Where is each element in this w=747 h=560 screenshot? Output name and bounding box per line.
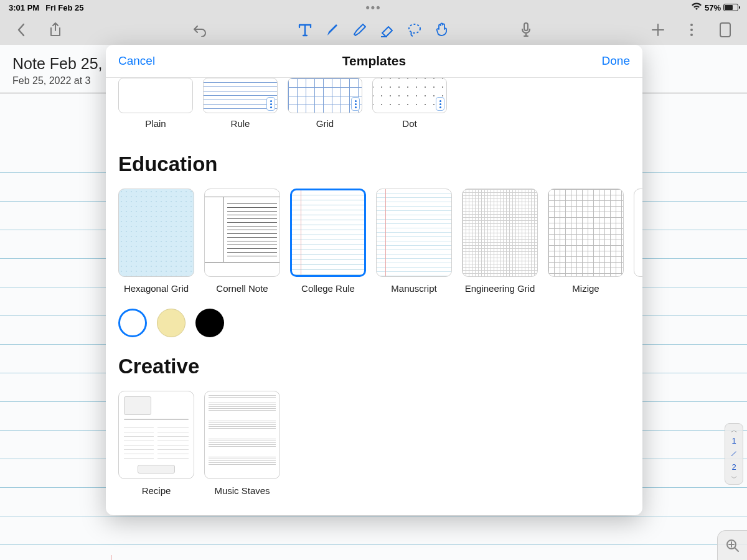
template-grid[interactable]: Grid <box>288 78 362 129</box>
app-toolbar <box>0 15 747 45</box>
modal-title: Templates <box>342 54 406 68</box>
template-rule[interactable]: Rule <box>203 78 278 129</box>
page-indicator[interactable]: ︿ 1 ⁄ 2 ﹀ <box>725 423 743 485</box>
templates-modal: Cancel Templates Done Plain Rule Grid <box>106 45 642 515</box>
svg-rect-5 <box>720 23 730 37</box>
chevron-down-icon[interactable]: ﹀ <box>731 475 738 480</box>
back-icon[interactable] <box>14 22 30 38</box>
pen-tool-icon[interactable] <box>324 22 341 38</box>
more-icon[interactable] <box>684 22 700 38</box>
page-current: 1 <box>731 436 736 446</box>
template-label: Recipe <box>118 485 194 496</box>
template-label: Hexagonal Grid <box>118 283 194 294</box>
eraser-tool-icon[interactable] <box>379 22 395 38</box>
status-time: 3:01 PM <box>9 3 39 12</box>
lasso-tool-icon[interactable] <box>406 22 423 38</box>
svg-rect-1 <box>524 23 528 30</box>
color-swatch-row <box>106 294 642 337</box>
section-creative-title: Creative <box>106 337 642 378</box>
template-recipe[interactable]: Recipe <box>118 391 194 496</box>
more-options-icon[interactable] <box>351 97 360 111</box>
basic-templates-row: Plain Rule Grid Dot <box>106 78 642 129</box>
svg-point-2 <box>690 24 693 26</box>
modal-header: Cancel Templates Done <box>106 45 642 78</box>
template-engineering-grid[interactable]: Engineering Grid <box>462 189 538 294</box>
svg-point-4 <box>690 34 693 36</box>
cancel-button[interactable]: Cancel <box>118 54 155 68</box>
page-total: 2 <box>731 462 736 472</box>
more-options-icon[interactable] <box>436 97 444 111</box>
template-label: Rule <box>203 118 278 129</box>
template-label: Mizige <box>548 283 624 294</box>
done-button[interactable]: Done <box>602 54 630 68</box>
template-label: Music Staves <box>204 485 280 496</box>
template-music-staves[interactable]: Music Staves <box>204 391 280 496</box>
color-swatch-white[interactable] <box>118 309 147 337</box>
template-college-rule[interactable]: College Rule <box>290 189 366 294</box>
color-swatch-black[interactable] <box>195 309 224 337</box>
template-plain[interactable]: Plain <box>118 78 193 129</box>
add-icon[interactable] <box>650 22 666 38</box>
more-options-icon[interactable] <box>266 97 275 111</box>
section-education-title: Education <box>106 129 642 176</box>
creative-templates-row: Recipe Music Staves <box>106 378 642 496</box>
education-templates-row: Hexagonal Grid Cornell Note College Rule… <box>106 176 642 294</box>
highlighter-tool-icon[interactable] <box>352 22 368 38</box>
status-bar: 3:01 PM Fri Feb 25 ••• 57% <box>0 0 747 15</box>
template-label: College Rule <box>290 283 366 294</box>
pages-icon[interactable] <box>717 22 733 38</box>
template-label: Cornell Note <box>204 283 280 294</box>
template-label: Plain <box>118 118 193 129</box>
template-overflow[interactable] <box>634 189 642 294</box>
svg-point-3 <box>690 29 693 31</box>
template-mizige[interactable]: Mizige <box>548 189 624 294</box>
template-hexagonal-grid[interactable]: Hexagonal Grid <box>118 189 194 294</box>
template-label: Dot <box>372 118 447 129</box>
template-label: Manuscript <box>376 283 452 294</box>
page-separator: ⁄ <box>732 449 736 459</box>
battery-pct: 57% <box>705 3 721 12</box>
battery-icon <box>723 4 738 11</box>
template-label: Engineering Grid <box>462 283 538 294</box>
share-icon[interactable] <box>47 22 63 38</box>
mic-icon[interactable] <box>518 22 534 38</box>
template-dot[interactable]: Dot <box>372 78 447 129</box>
template-manuscript[interactable]: Manuscript <box>376 189 452 294</box>
text-tool-icon[interactable] <box>297 22 313 38</box>
template-cornell-note[interactable]: Cornell Note <box>204 189 280 294</box>
undo-icon[interactable] <box>192 22 208 38</box>
template-label: Grid <box>288 118 362 129</box>
hand-tool-icon[interactable] <box>434 22 450 38</box>
wifi-icon <box>691 2 702 12</box>
chevron-up-icon[interactable]: ︿ <box>731 427 738 432</box>
svg-point-0 <box>409 24 420 33</box>
zoom-button[interactable] <box>717 530 747 560</box>
color-swatch-cream[interactable] <box>157 309 186 337</box>
multitasking-dots-icon[interactable]: ••• <box>366 3 382 12</box>
status-date: Fri Feb 25 <box>45 3 83 12</box>
